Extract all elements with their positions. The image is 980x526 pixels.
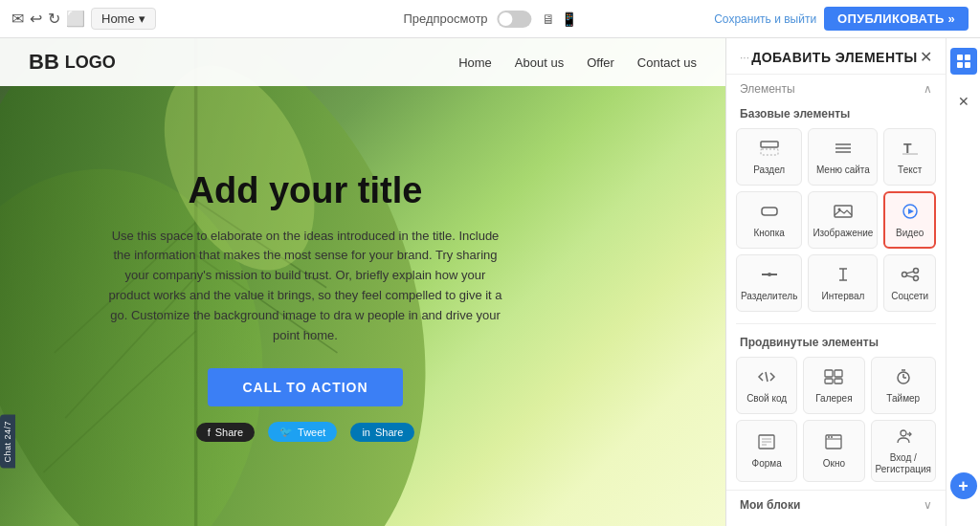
canvas: BB LOGO Home About us Offer Contact us A… — [0, 38, 725, 526]
add-elements-panel: ··· ДОБАВИТЬ ЭЛЕМЕНТЫ ✕ Элементы ∧ Базов… — [725, 38, 946, 526]
advanced-elements-grid: Свой код Галерея Таймер Фо — [726, 353, 946, 490]
element-login[interactable]: Вход / Регистрация — [871, 420, 936, 482]
tablet-icon[interactable]: 📱 — [561, 11, 577, 27]
preview-label: Предпросмотр — [403, 11, 487, 26]
element-text[interactable]: T Текст — [883, 128, 936, 186]
svg-line-30 — [906, 275, 914, 277]
element-timer[interactable]: Таймер — [871, 357, 936, 414]
svg-rect-53 — [965, 62, 970, 68]
panel-close-button[interactable]: ✕ — [920, 48, 932, 66]
linkedin-label: Share — [375, 427, 403, 438]
divider-label: Разделитель — [741, 291, 797, 302]
structure-icon[interactable] — [950, 48, 977, 75]
publish-button[interactable]: ОПУБЛИКОВАТЬ » — [824, 7, 969, 31]
save-exit-button[interactable]: Сохранить и выйти — [714, 12, 816, 26]
image-label: Изображение — [813, 228, 873, 239]
save-icon[interactable]: ⬜ — [66, 10, 85, 28]
chat-widget[interactable]: Chat 24/7 — [0, 415, 15, 469]
svg-rect-17 — [835, 206, 852, 217]
undo-icon[interactable]: ↩ — [30, 10, 42, 28]
element-form[interactable]: Форма — [736, 420, 797, 482]
advanced-elements-label: Продвинутые элементы — [726, 328, 946, 353]
video-label: Видео — [896, 228, 924, 239]
element-code[interactable]: Свой код — [736, 357, 797, 414]
toolbar-left: ✉ ↩ ↻ ⬜ Home ▾ — [11, 8, 156, 30]
chat-tab-label[interactable]: Chat 24/7 — [0, 415, 15, 469]
element-image[interactable]: Изображение — [808, 191, 878, 249]
nav-home[interactable]: Home — [458, 55, 492, 70]
element-video[interactable]: Видео — [883, 191, 936, 249]
svg-rect-34 — [825, 379, 833, 384]
base-elements-grid: Раздел Меню сайта T Текст К — [726, 124, 946, 319]
toolbar: ✉ ↩ ↻ ⬜ Home ▾ Предпросмотр 🖥 📱 Сохранит… — [0, 0, 980, 38]
element-menu[interactable]: Меню сайта — [808, 128, 878, 186]
base-elements-label: Базовые элементы — [726, 99, 946, 124]
linkedin-share-button[interactable]: in Share — [350, 423, 414, 442]
social-icon — [901, 267, 920, 287]
facebook-share-button[interactable]: f Share — [196, 423, 255, 442]
home-button[interactable]: Home ▾ — [91, 8, 156, 30]
preview-toggle[interactable] — [498, 11, 532, 28]
image-icon — [834, 204, 853, 224]
element-spacer[interactable]: Интервал — [808, 254, 878, 312]
razdel-label: Раздел — [753, 164, 785, 176]
hero-title: Add your title — [189, 170, 423, 211]
button-label: Кнопка — [753, 228, 784, 239]
svg-rect-16 — [762, 208, 777, 215]
my-blocks-arrow-icon: ∨ — [924, 498, 932, 512]
svg-rect-50 — [957, 55, 963, 60]
svg-point-26 — [902, 272, 906, 276]
facebook-label: Share — [215, 427, 243, 438]
twitter-icon: 🐦 — [279, 426, 293, 438]
my-blocks-label: Мои блоки — [740, 498, 800, 512]
svg-point-27 — [913, 268, 918, 273]
svg-rect-52 — [957, 62, 963, 68]
nav-about[interactable]: About us — [515, 55, 564, 70]
device-icons: 🖥 📱 — [542, 11, 577, 27]
twitter-share-button[interactable]: 🐦 Tweet — [268, 422, 337, 442]
elements-collapse-icon[interactable]: ∧ — [924, 82, 932, 96]
home-label: Home — [101, 11, 135, 26]
close-panel-icon[interactable]: ✕ — [950, 88, 977, 115]
twitter-label: Tweet — [298, 427, 325, 438]
menu-label: Меню сайта — [816, 164, 870, 176]
elements-section-header: Элементы ∧ — [726, 75, 946, 99]
window-label: Окно — [823, 458, 845, 470]
svg-rect-33 — [835, 370, 842, 377]
button-icon — [760, 204, 779, 224]
gallery-icon — [824, 369, 843, 389]
cta-button[interactable]: CALL TO ACTION — [208, 368, 402, 406]
email-icon[interactable]: ✉ — [11, 10, 24, 28]
svg-rect-35 — [835, 379, 842, 384]
desktop-icon[interactable]: 🖥 — [542, 11, 555, 27]
nav-offer[interactable]: Offer — [587, 55, 614, 70]
spacer-icon — [834, 267, 853, 287]
razdel-icon — [760, 141, 779, 161]
my-blocks-row[interactable]: Мои блоки ∨ — [726, 490, 946, 519]
social-label: Соцсети — [891, 291, 928, 302]
svg-rect-32 — [825, 370, 833, 377]
nav-contact[interactable]: Contact us — [637, 55, 697, 70]
login-icon — [894, 428, 913, 449]
gallery-label: Галерея — [815, 393, 852, 405]
text-icon: T — [901, 141, 920, 161]
facebook-icon: f — [208, 427, 211, 438]
svg-rect-10 — [761, 149, 778, 155]
elements-label: Элементы — [740, 82, 795, 96]
element-razdel[interactable]: Раздел — [736, 128, 802, 186]
element-social[interactable]: Соцсети — [883, 254, 936, 312]
redo-icon[interactable]: ↻ — [48, 10, 60, 28]
svg-line-29 — [906, 271, 914, 273]
element-window[interactable]: Окно — [803, 420, 864, 482]
svg-point-22 — [768, 273, 771, 276]
drag-handle-icon: ··· — [740, 51, 749, 64]
add-element-icon[interactable]: + — [950, 472, 977, 499]
logo-icon: BB — [29, 50, 59, 75]
main-area: BB LOGO Home About us Offer Contact us A… — [0, 38, 980, 526]
element-button[interactable]: Кнопка — [736, 191, 802, 249]
element-divider[interactable]: Разделитель — [736, 254, 802, 312]
window-icon — [824, 434, 843, 454]
element-gallery[interactable]: Галерея — [803, 357, 864, 414]
video-icon — [901, 204, 920, 224]
form-icon — [757, 434, 776, 454]
